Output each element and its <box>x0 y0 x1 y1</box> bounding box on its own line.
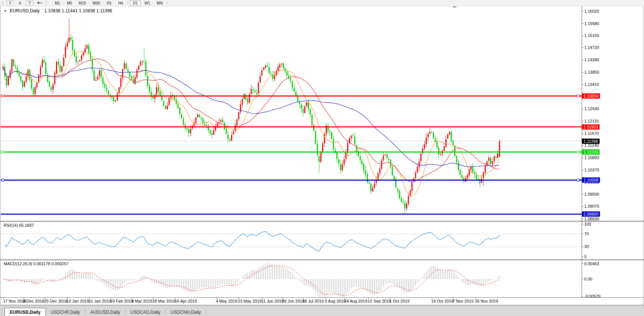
timeframe-button-m15[interactable]: M15 <box>76 0 89 6</box>
toolbar-grip[interactable] <box>45 1 47 5</box>
timeframe-button-d1[interactable]: D1 <box>130 0 141 6</box>
toolbar-separator <box>168 1 168 5</box>
tabbar-grip[interactable] <box>1 309 3 315</box>
objects-glyph: ❖ <box>37 1 40 5</box>
main-chart-area[interactable] <box>1 7 582 220</box>
tab-audusd-daily[interactable]: AUDUSD,Daily <box>85 309 125 315</box>
timeframe-button-m5[interactable]: M5 <box>64 0 75 6</box>
timeframe-button-w1[interactable]: W1 <box>141 0 153 6</box>
macd-panel-area[interactable] <box>1 260 582 297</box>
price-axis-area[interactable] <box>582 7 644 297</box>
tab-usdchf-daily[interactable]: USDCHF,Daily <box>46 309 85 315</box>
grid-f-icon[interactable]: F <box>6 0 14 6</box>
top-toolbar: F A T ❖▾ M1M5M15M30H1H4D1W1MN <box>0 0 644 6</box>
font-a-icon[interactable]: A <box>17 1 23 6</box>
toolbar-separator <box>128 1 128 5</box>
timeframe-button-m1[interactable]: M1 <box>52 0 63 6</box>
toolbar-grip[interactable] <box>1 1 3 5</box>
timeframe-button-h1[interactable]: H1 <box>104 0 115 6</box>
timeframe-button-mn[interactable]: MN <box>154 0 166 6</box>
timeframe-button-h4[interactable]: H4 <box>115 0 126 6</box>
timeframe-button-m30[interactable]: M30 <box>90 0 103 6</box>
tab-usdcnh-daily[interactable]: USDCNH,Daily <box>166 309 206 315</box>
tab-eurusd-daily[interactable]: EURUSD,Daily <box>4 308 46 316</box>
dropdown-caret-icon[interactable]: ▾ <box>40 1 42 5</box>
tab-usdcad-daily[interactable]: USDCAD,Daily <box>125 309 166 315</box>
time-axis-area[interactable] <box>0 298 644 305</box>
objects-palette-icon[interactable]: ❖▾ <box>37 0 42 6</box>
timeframe-group: M1M5M15M30H1H4D1W1MN <box>52 0 169 6</box>
rsi-panel-area[interactable] <box>1 222 582 259</box>
text-label-icon[interactable]: T <box>26 0 34 6</box>
chart-tab-bar: EURUSD,DailyUSDCHF,DailyAUDUSD,DailyUSDC… <box>0 306 644 316</box>
